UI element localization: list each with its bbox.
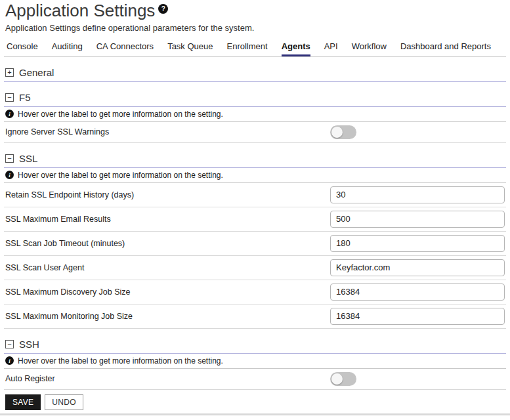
- setting-row-ssl-maximum-email-results: SSL Maximum Email Results: [4, 207, 506, 232]
- collapse-icon[interactable]: −: [5, 154, 14, 163]
- setting-label: SSL Maximum Discovery Job Size: [5, 287, 330, 297]
- toggle-switch-off[interactable]: [330, 372, 356, 386]
- tab-dashboard-and-reports[interactable]: Dashboard and Reports: [400, 38, 491, 56]
- setting-input[interactable]: [330, 211, 505, 228]
- collapse-icon[interactable]: −: [5, 93, 14, 102]
- tab-auditing[interactable]: Auditing: [52, 38, 83, 56]
- setting-input[interactable]: [330, 308, 505, 325]
- setting-control: [330, 308, 505, 325]
- setting-row-ssl-maximum-discovery-job-size: SSL Maximum Discovery Job Size: [4, 280, 506, 304]
- setting-label: Auto Register: [5, 374, 330, 383]
- expand-icon[interactable]: +: [5, 68, 14, 77]
- section-header-ssh[interactable]: − SSH: [4, 335, 506, 354]
- setting-row-ssl-maximum-monitoring-job-size: SSL Maximum Monitoring Job Size: [4, 304, 506, 329]
- tab-bar: Console Auditing CA Connectors Task Queu…: [4, 38, 506, 57]
- setting-control: [330, 211, 505, 228]
- setting-row-ignore-server-ssl-warnings: Ignore Server SSL Warnings: [4, 122, 506, 143]
- tab-agents[interactable]: Agents: [282, 38, 310, 56]
- tab-enrollment[interactable]: Enrollment: [227, 38, 268, 56]
- collapse-icon[interactable]: −: [5, 340, 14, 348]
- info-icon: i: [5, 171, 14, 179]
- section-header-general[interactable]: + General: [4, 64, 506, 82]
- info-text: Hover over the label to get more informa…: [18, 110, 223, 119]
- page-title: Application Settings: [5, 1, 155, 21]
- footer-bar: SAVE UNDO: [4, 390, 506, 413]
- setting-control: [330, 186, 505, 203]
- info-icon: i: [5, 356, 14, 365]
- application-settings-page: Application Settings ? Application Setti…: [0, 0, 510, 420]
- setting-input[interactable]: [330, 259, 505, 276]
- setting-row-ssl-scan-user-agent: SSL Scan User Agent: [4, 256, 506, 280]
- toggle-knob: [331, 127, 343, 138]
- undo-button[interactable]: UNDO: [45, 394, 83, 410]
- section-title-ssl: SSL: [19, 153, 37, 164]
- bottom-divider: [0, 413, 510, 415]
- setting-row-auto-register: Auto Register: [4, 369, 506, 390]
- page-subtitle: Application Settings define operational …: [4, 21, 506, 38]
- tab-task-queue[interactable]: Task Queue: [167, 38, 213, 56]
- tab-ca-connectors[interactable]: CA Connectors: [96, 38, 154, 56]
- setting-label: Retain SSL Endpoint History (days): [5, 190, 330, 200]
- tab-console[interactable]: Console: [7, 38, 38, 56]
- title-row: Application Settings ?: [4, 1, 506, 21]
- section-title-ssh: SSH: [19, 339, 39, 350]
- setting-control: [330, 372, 505, 386]
- section-header-ssl[interactable]: − SSL: [4, 150, 506, 168]
- help-icon[interactable]: ?: [158, 4, 168, 14]
- info-row-ssl: i Hover over the label to get more infor…: [4, 168, 506, 183]
- setting-row-ssl-scan-job-timeout: SSL Scan Job Timeout (minutes): [4, 232, 506, 256]
- info-text: Hover over the label to get more informa…: [18, 356, 223, 366]
- setting-input[interactable]: [330, 284, 505, 301]
- setting-label: SSL Scan User Agent: [5, 263, 330, 272]
- info-text: Hover over the label to get more informa…: [18, 171, 223, 180]
- setting-label: SSL Maximum Email Results: [5, 215, 330, 224]
- toggle-knob: [331, 373, 343, 385]
- setting-input[interactable]: [330, 235, 505, 252]
- info-row-f5: i Hover over the label to get more infor…: [4, 107, 506, 122]
- setting-input[interactable]: [330, 186, 505, 203]
- setting-control: [330, 125, 505, 139]
- tab-api[interactable]: API: [324, 38, 338, 56]
- section-title-f5: F5: [19, 92, 31, 103]
- setting-control: [330, 235, 505, 252]
- setting-control: [330, 284, 505, 301]
- save-button[interactable]: SAVE: [5, 394, 41, 410]
- setting-control: [330, 259, 505, 276]
- info-row-ssh: i Hover over the label to get more infor…: [4, 354, 506, 369]
- section-header-f5[interactable]: − F5: [4, 89, 506, 107]
- info-icon: i: [5, 110, 14, 118]
- setting-label: Ignore Server SSL Warnings: [5, 127, 330, 136]
- tab-workflow[interactable]: Workflow: [352, 38, 387, 56]
- setting-label: SSL Maximum Monitoring Job Size: [5, 312, 330, 321]
- toggle-switch-off[interactable]: [330, 125, 356, 139]
- section-title-general: General: [19, 67, 54, 78]
- setting-row-retain-ssl-endpoint-history: Retain SSL Endpoint History (days): [4, 183, 506, 207]
- setting-label: SSL Scan Job Timeout (minutes): [5, 239, 330, 248]
